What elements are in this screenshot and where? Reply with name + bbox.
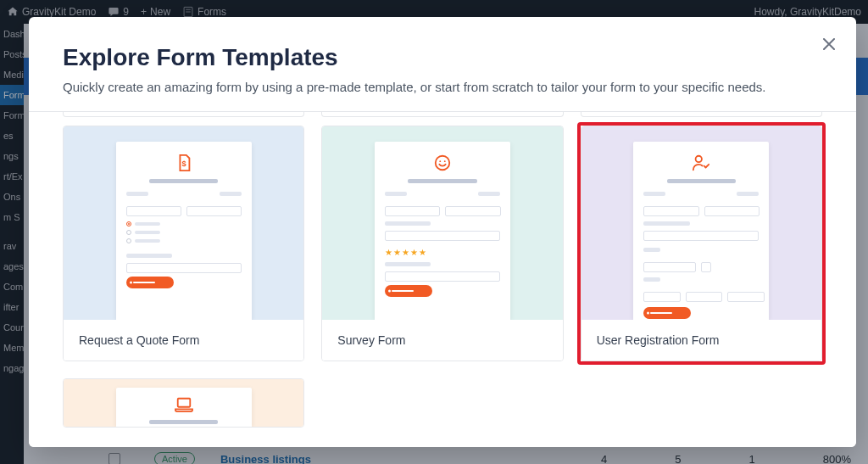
close-button[interactable] [819, 34, 839, 54]
template-card-quote[interactable]: $ Request a Quote Form [63, 126, 304, 361]
template-card-user-registration[interactable]: User Registration Form [581, 126, 822, 361]
modal-title: Explore Form Templates [63, 44, 822, 71]
modal-body: $ Request a Quote Form [29, 112, 856, 447]
template-grid: $ Request a Quote Form [63, 126, 822, 361]
template-card-survey[interactable]: ★★★★★ Survey Form [321, 126, 563, 361]
modal-header: Explore Form Templates Quickly create an… [29, 17, 856, 112]
modal-subtitle: Quickly create an amazing form by using … [63, 80, 822, 94]
user-check-icon [691, 154, 711, 172]
document-dollar-icon: $ [175, 154, 193, 172]
template-label: User Registration Form [581, 320, 821, 361]
template-card-next[interactable] [63, 378, 304, 428]
svg-rect-8 [177, 399, 190, 407]
previous-row-stub [63, 112, 822, 117]
svg-point-5 [439, 160, 441, 162]
smiley-icon [433, 154, 452, 172]
svg-point-6 [444, 160, 446, 162]
svg-text:$: $ [181, 159, 186, 168]
laptop-icon [174, 396, 194, 413]
svg-point-4 [436, 156, 450, 171]
template-label: Request a Quote Form [64, 320, 303, 361]
template-label: Survey Form [322, 320, 562, 361]
svg-point-7 [696, 156, 702, 162]
highlight-frame: User Registration Form [577, 122, 826, 365]
templates-modal: Explore Form Templates Quickly create an… [29, 17, 856, 447]
close-icon [823, 38, 835, 50]
